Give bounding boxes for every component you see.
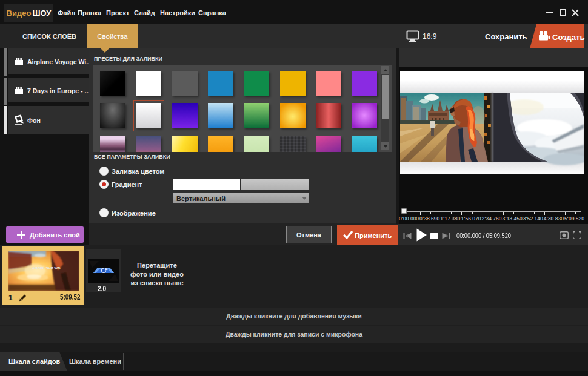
svg-text:ANGEL SHE WD: ANGEL SHE WD bbox=[32, 266, 61, 270]
